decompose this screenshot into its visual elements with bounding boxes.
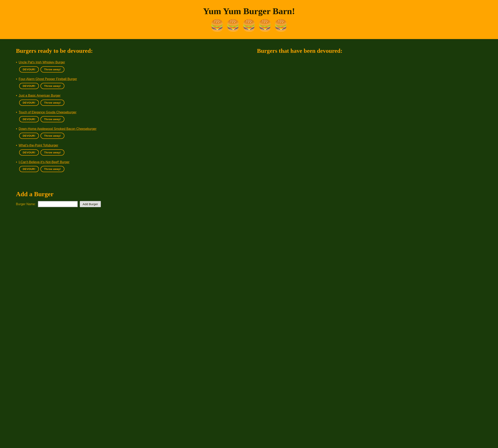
burger-item-header: •Four-Alarm Ghost Pepper Fireball Burger — [16, 77, 241, 81]
burger-actions: DEVOUR!Throw away! — [16, 149, 241, 156]
left-column: Burgers ready to be devoured: •Uncle Pat… — [16, 47, 249, 176]
main-content: Burgers ready to be devoured: •Uncle Pat… — [0, 39, 498, 184]
throw-away-button[interactable]: Throw away! — [40, 166, 64, 172]
burger-list-item: •Just a Basic American BurgerDEVOUR!Thro… — [16, 94, 241, 106]
burger-name-text: Touch of Elegance Gouda Cheeseburger — [19, 110, 77, 114]
page-title: Yum Yum Burger Barn! — [4, 6, 494, 16]
bullet-icon: • — [16, 61, 17, 64]
burger-list-item: •I-Can't-Believe-It's-Not-Beef! BurgerDE… — [16, 160, 241, 172]
page-header: Yum Yum Burger Barn! 🍔 🍔 🍔 🍔 🍔 — [0, 0, 498, 39]
burger-item-header: •What's-the-Point Tofuburger — [16, 143, 241, 148]
burger-name-text: Down-Home Applewood Smoked Bacon Cheeseb… — [19, 127, 97, 131]
burger-actions: DEVOUR!Throw away! — [16, 100, 241, 106]
throw-away-button[interactable]: Throw away! — [40, 83, 64, 89]
burger-icon-3: 🍔 — [242, 20, 256, 31]
burger-list-item: •Down-Home Applewood Smoked Bacon Cheese… — [16, 127, 241, 139]
burger-name-text: Just a Basic American Burger — [19, 94, 61, 98]
burger-name-text: I-Can't-Believe-It's-Not-Beef! Burger — [19, 160, 69, 164]
burger-actions: DEVOUR!Throw away! — [16, 83, 241, 89]
burger-actions: DEVOUR!Throw away! — [16, 133, 241, 139]
burger-icon-row: 🍔 🍔 🍔 🍔 🍔 — [4, 20, 494, 31]
burger-item-header: •I-Can't-Believe-It's-Not-Beef! Burger — [16, 160, 241, 164]
burger-actions: DEVOUR!Throw away! — [16, 116, 241, 122]
devour-button[interactable]: DEVOUR! — [19, 66, 39, 73]
throw-away-button[interactable]: Throw away! — [40, 149, 64, 156]
ready-heading: Burgers ready to be devoured: — [16, 47, 241, 55]
burger-list-item: •Touch of Elegance Gouda CheeseburgerDEV… — [16, 110, 241, 122]
burger-ready-list: •Uncle Pat's Irish Whiskey BurgerDEVOUR!… — [16, 60, 241, 172]
burger-name-text: What's-the-Point Tofuburger — [19, 143, 58, 148]
burger-actions: DEVOUR!Throw away! — [16, 66, 241, 73]
add-burger-heading: Add a Burger — [16, 191, 482, 198]
burger-item-header: •Touch of Elegance Gouda Cheeseburger — [16, 110, 241, 114]
right-column: Burgers that have been devoured: — [249, 47, 482, 176]
burger-item-header: •Down-Home Applewood Smoked Bacon Cheese… — [16, 127, 241, 131]
devour-button[interactable]: DEVOUR! — [19, 133, 39, 139]
burger-list-item: •Uncle Pat's Irish Whiskey BurgerDEVOUR!… — [16, 60, 241, 72]
burger-icon-4: 🍔 — [258, 20, 272, 31]
bullet-icon: • — [16, 77, 17, 81]
devour-button[interactable]: DEVOUR! — [19, 83, 39, 89]
bullet-icon: • — [16, 94, 17, 97]
devour-button[interactable]: DEVOUR! — [19, 116, 39, 122]
throw-away-button[interactable]: Throw away! — [40, 100, 64, 106]
bullet-icon: • — [16, 127, 17, 131]
devour-button[interactable]: DEVOUR! — [19, 100, 39, 106]
throw-away-button[interactable]: Throw away! — [40, 116, 64, 122]
throw-away-button[interactable]: Throw away! — [40, 133, 64, 139]
add-burger-section: Add a Burger Burger Name: Add Burger — [0, 184, 498, 215]
burger-list-item: •Four-Alarm Ghost Pepper Fireball Burger… — [16, 77, 241, 89]
bullet-icon: • — [16, 160, 17, 164]
burger-item-header: •Uncle Pat's Irish Whiskey Burger — [16, 60, 241, 64]
devoured-heading: Burgers that have been devoured: — [257, 47, 482, 55]
throw-away-button[interactable]: Throw away! — [40, 66, 64, 73]
burger-icon-5: 🍔 — [274, 20, 288, 31]
devour-button[interactable]: DEVOUR! — [19, 166, 39, 172]
bullet-icon: • — [16, 144, 17, 147]
bullet-icon: • — [16, 111, 17, 114]
add-burger-form: Burger Name: Add Burger — [16, 201, 482, 207]
devour-button[interactable]: DEVOUR! — [19, 149, 39, 156]
burger-name-text: Four-Alarm Ghost Pepper Fireball Burger — [19, 77, 77, 81]
burger-name-text: Uncle Pat's Irish Whiskey Burger — [19, 60, 65, 64]
burger-icon-1: 🍔 — [210, 20, 224, 31]
burger-name-label: Burger Name: — [16, 202, 36, 206]
burger-list-item: •What's-the-Point TofuburgerDEVOUR!Throw… — [16, 143, 241, 155]
burger-name-input[interactable] — [38, 201, 78, 207]
burger-icon-2: 🍔 — [226, 20, 240, 31]
add-burger-button[interactable]: Add Burger — [80, 201, 101, 207]
burger-item-header: •Just a Basic American Burger — [16, 94, 241, 98]
burger-actions: DEVOUR!Throw away! — [16, 166, 241, 172]
